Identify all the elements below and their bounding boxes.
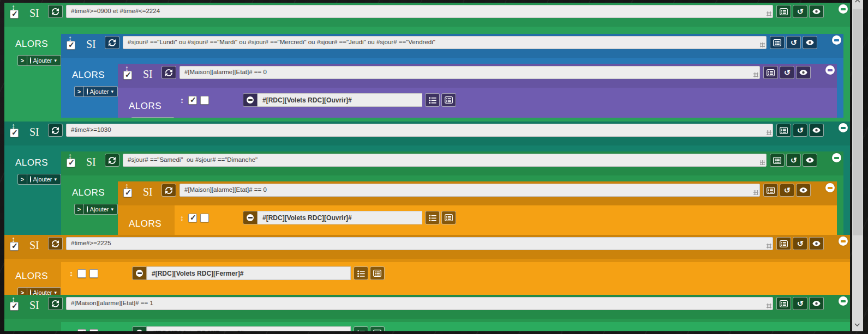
action-command-input[interactable]: #[RDC][Volets RDC][Ouvrir]# <box>258 93 422 107</box>
test-expression-button[interactable] <box>796 66 811 79</box>
select-command-button[interactable] <box>763 66 778 79</box>
remove-block-button[interactable] <box>839 296 848 306</box>
block-enabled-checkbox[interactable] <box>10 10 19 19</box>
remove-block-button[interactable] <box>839 123 848 132</box>
select-command-button[interactable] <box>776 5 791 18</box>
select-command-button[interactable] <box>776 237 791 250</box>
condition-input[interactable]: #sjour# =="Samedi" ou #sjour# =="Dimanch… <box>123 154 767 167</box>
ajouter-button[interactable]: Ajouter▾ <box>27 287 61 295</box>
select-command-button[interactable] <box>770 154 785 167</box>
action-enabled-checkbox[interactable] <box>77 329 86 332</box>
remove-block-button[interactable] <box>825 65 835 75</box>
select-command-button[interactable] <box>441 211 456 224</box>
test-expression-button[interactable] <box>809 297 824 310</box>
ajouter-button[interactable]: Ajouter▾ <box>27 174 61 185</box>
refresh-button[interactable] <box>161 184 176 197</box>
remove-block-button[interactable] <box>832 35 841 45</box>
drag-handle-icon[interactable]: ↕ <box>180 214 184 222</box>
drag-handle-icon[interactable]: ↕ <box>69 269 73 278</box>
block-enabled-checkbox[interactable] <box>67 159 75 167</box>
condition-input[interactable]: #time#>=1030 <box>66 124 773 137</box>
action-command-input[interactable]: #[RDC][Volets RDC][Fermer]# <box>147 326 351 331</box>
refresh-button[interactable] <box>105 36 119 49</box>
action-enabled-checkbox[interactable] <box>77 269 86 278</box>
collapse-button[interactable]: > <box>74 86 84 97</box>
action-command-input[interactable]: #[RDC][Volets RDC][Ouvrir]# <box>258 211 422 224</box>
scroll-down-icon[interactable] <box>854 323 860 327</box>
condition-input[interactable]: #[Maison][alarme][Etat]# == 0 <box>179 184 760 197</box>
command-options-button[interactable] <box>425 211 440 224</box>
refresh-button[interactable] <box>48 237 63 250</box>
action-enabled-checkbox[interactable] <box>188 214 197 222</box>
remove-block-button[interactable] <box>832 153 841 162</box>
drag-handle-icon[interactable]: ↕ <box>180 96 184 105</box>
condition-input[interactable]: #[Maison][alarme][Etat]# == 0 <box>179 66 760 79</box>
history-button[interactable]: ↺ <box>793 124 807 137</box>
history-button[interactable]: ↺ <box>780 66 794 79</box>
collapse-button[interactable]: > <box>17 55 27 66</box>
block-enabled-checkbox[interactable] <box>123 71 132 80</box>
block-enabled-checkbox[interactable] <box>10 129 19 137</box>
action-enabled-checkbox[interactable] <box>188 96 197 105</box>
select-command-button[interactable] <box>763 184 778 197</box>
scroll-up-icon[interactable] <box>854 0 860 3</box>
history-button[interactable]: ↺ <box>793 5 807 18</box>
history-button[interactable]: ↺ <box>786 36 801 49</box>
test-expression-button[interactable] <box>809 237 824 250</box>
collapse-button[interactable]: > <box>74 204 84 215</box>
block-enabled-checkbox[interactable] <box>67 41 75 50</box>
refresh-button[interactable] <box>48 124 63 137</box>
ajouter-button[interactable]: Ajouter▾ <box>84 204 118 215</box>
refresh-button[interactable] <box>48 297 63 310</box>
select-command-button[interactable] <box>441 93 456 107</box>
collapse-button[interactable]: > <box>17 287 27 295</box>
test-expression-button[interactable] <box>803 36 817 49</box>
select-command-button[interactable] <box>370 326 385 331</box>
remove-action-button[interactable] <box>243 211 258 224</box>
condition-input[interactable]: #sjour# =="Lundi" ou #sjour# =="Mardi" o… <box>123 36 767 49</box>
scrollbar-thumb[interactable] <box>853 9 863 235</box>
history-button[interactable]: ↺ <box>780 184 794 197</box>
action-background-checkbox[interactable] <box>200 96 209 105</box>
condition-input[interactable]: #[Maison][alarme][Etat]# == 1 <box>66 297 773 310</box>
history-button[interactable]: ↺ <box>786 154 801 167</box>
ajouter-button[interactable]: Ajouter▾ <box>27 55 61 66</box>
action-background-checkbox[interactable] <box>89 269 98 278</box>
action-background-checkbox[interactable] <box>89 329 98 332</box>
action-command-input[interactable]: #[RDC][Volets RDC][Fermer]# <box>147 266 351 280</box>
ajouter-button[interactable]: Ajouter▾ <box>141 117 175 118</box>
select-command-button[interactable] <box>776 124 791 137</box>
remove-block-button[interactable] <box>839 4 848 14</box>
test-expression-button[interactable] <box>796 184 811 197</box>
remove-action-button[interactable] <box>243 93 258 107</box>
refresh-button[interactable] <box>105 154 119 167</box>
remove-block-button[interactable] <box>825 183 835 192</box>
block-enabled-checkbox[interactable] <box>123 189 132 197</box>
collapse-button[interactable]: > <box>131 117 141 118</box>
refresh-button[interactable] <box>48 5 63 18</box>
condition-input[interactable]: #time#>=0900 et #time#<=2224 <box>66 5 773 18</box>
drag-handle-icon[interactable]: ↕ <box>69 329 73 332</box>
test-expression-button[interactable] <box>809 5 824 18</box>
condition-input[interactable]: #time#>=2225 <box>66 237 773 250</box>
command-options-button[interactable] <box>354 326 368 331</box>
command-options-button[interactable] <box>354 266 368 280</box>
remove-action-button[interactable] <box>132 266 147 280</box>
block-enabled-checkbox[interactable] <box>10 302 19 311</box>
select-command-button[interactable] <box>370 266 385 280</box>
select-command-button[interactable] <box>776 297 791 310</box>
remove-block-button[interactable] <box>839 236 848 246</box>
test-expression-button[interactable] <box>809 124 824 137</box>
collapse-button[interactable]: > <box>17 174 27 185</box>
ajouter-button[interactable]: Ajouter▾ <box>84 86 118 97</box>
select-command-button[interactable] <box>770 36 785 49</box>
history-button[interactable]: ↺ <box>793 297 807 310</box>
vertical-scrollbar[interactable] <box>852 0 863 331</box>
block-enabled-checkbox[interactable] <box>10 242 19 251</box>
action-background-checkbox[interactable] <box>200 214 209 222</box>
remove-action-button[interactable] <box>132 326 147 331</box>
refresh-button[interactable] <box>161 66 176 79</box>
history-button[interactable]: ↺ <box>793 237 807 250</box>
test-expression-button[interactable] <box>803 154 817 167</box>
command-options-button[interactable] <box>425 93 440 107</box>
